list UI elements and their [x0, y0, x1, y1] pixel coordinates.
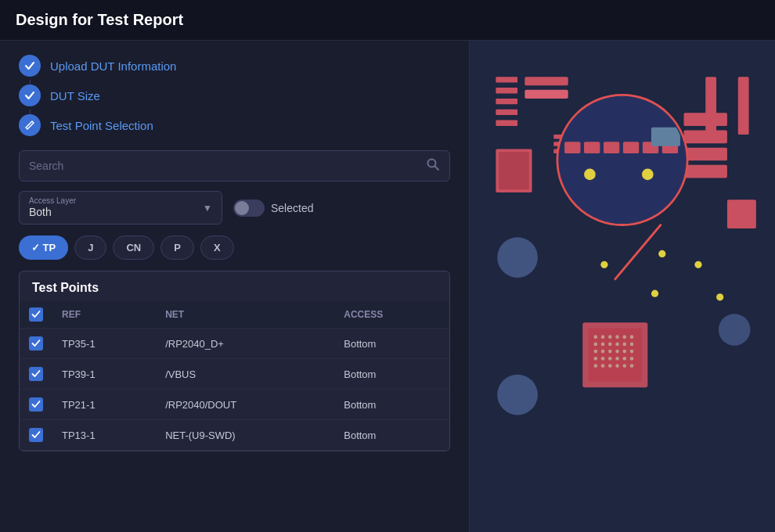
- step-label-dut-size[interactable]: DUT Size: [50, 89, 100, 102]
- step-list: Upload DUT Information DUT Size Test Poi…: [19, 55, 450, 136]
- table-header-row: REF NET ACCESS: [20, 301, 449, 329]
- test-points-table-container: Test Points REF: [19, 271, 450, 451]
- filter-btn-tp[interactable]: ✓ TP: [19, 235, 68, 260]
- row-checkbox-1[interactable]: [29, 367, 43, 381]
- svg-point-30: [630, 357, 634, 361]
- svg-rect-43: [524, 90, 568, 99]
- app-header: Design for Test Report: [0, 0, 775, 41]
- svg-point-11: [622, 335, 626, 339]
- svg-rect-79: [738, 77, 749, 135]
- table-wrap[interactable]: REF NET ACCESS TP35-1 /RP2040_D+ Bottom: [20, 301, 449, 451]
- col-checkbox: [20, 301, 52, 329]
- svg-point-18: [630, 343, 634, 347]
- step-label-upload-dut[interactable]: Upload DUT Information: [50, 59, 176, 73]
- access-layer-dropdown[interactable]: Access Layer Both ▼: [19, 191, 222, 225]
- row-net-3: NET-(U9-SWD): [156, 420, 334, 451]
- filter-btn-cn[interactable]: CN: [113, 235, 154, 260]
- table-row: TP35-1 /RP2040_D+ Bottom: [20, 329, 449, 359]
- svg-rect-55: [727, 200, 756, 228]
- svg-point-31: [594, 364, 598, 368]
- table-row: TP39-1 /VBUS Bottom: [20, 359, 449, 390]
- svg-point-14: [601, 343, 605, 347]
- row-checkbox-cell[interactable]: [20, 329, 52, 359]
- select-all-checkbox[interactable]: [29, 307, 43, 322]
- test-points-table: REF NET ACCESS TP35-1 /RP2040_D+ Bottom: [20, 301, 449, 451]
- row-ref-0: TP35-1: [52, 329, 156, 359]
- filter-btn-j[interactable]: J: [74, 235, 106, 260]
- svg-rect-53: [684, 148, 727, 161]
- svg-rect-90: [651, 128, 680, 146]
- dropdown-inner: Access Layer Both: [29, 196, 196, 219]
- svg-rect-37: [496, 77, 517, 82]
- svg-point-58: [719, 314, 751, 346]
- pencil-icon: [24, 120, 35, 131]
- row-checkbox-3[interactable]: [29, 428, 43, 442]
- svg-point-26: [601, 357, 605, 361]
- step-circle-upload-dut: [19, 55, 41, 77]
- svg-point-22: [615, 350, 619, 354]
- toggle-label: Selected: [271, 202, 313, 214]
- step-dut-size[interactable]: DUT Size: [19, 84, 450, 106]
- svg-point-12: [630, 335, 634, 339]
- row-net-0: /RP2040_D+: [156, 329, 334, 359]
- svg-point-7: [594, 335, 598, 339]
- svg-point-62: [651, 290, 658, 297]
- svg-point-60: [658, 250, 665, 257]
- svg-point-13: [594, 343, 598, 347]
- search-input[interactable]: [29, 160, 426, 172]
- col-ref: REF: [52, 301, 156, 329]
- svg-point-35: [622, 364, 626, 368]
- svg-point-10: [615, 335, 619, 339]
- svg-rect-41: [496, 120, 517, 126]
- svg-line-1: [435, 167, 439, 171]
- row-checkbox-cell[interactable]: [20, 420, 52, 451]
- chevron-down-icon: ▼: [203, 203, 212, 214]
- selected-toggle[interactable]: [233, 200, 265, 217]
- check-icon: [24, 60, 35, 71]
- svg-point-8: [601, 335, 605, 339]
- row-checkbox-0[interactable]: [29, 336, 43, 350]
- toggle-wrap: Selected: [233, 200, 313, 217]
- svg-point-61: [694, 261, 701, 268]
- pcb-svg: [470, 41, 775, 532]
- svg-rect-85: [584, 142, 600, 153]
- filter-btn-p[interactable]: P: [160, 235, 194, 260]
- col-access: ACCESS: [334, 301, 449, 329]
- row-access-1: Bottom: [334, 359, 449, 390]
- svg-rect-38: [496, 88, 517, 93]
- dropdown-label: Access Layer: [29, 196, 196, 205]
- svg-point-63: [716, 293, 723, 300]
- row-checkbox-cell[interactable]: [20, 359, 52, 390]
- svg-point-16: [615, 343, 619, 347]
- filter-buttons: ✓ TP J CN P X: [19, 235, 450, 260]
- svg-point-92: [642, 168, 654, 180]
- step-label-test-points[interactable]: Test Point Selection: [50, 119, 153, 132]
- row-checkbox-2[interactable]: [29, 397, 43, 412]
- svg-rect-86: [604, 142, 619, 153]
- step-test-point-selection[interactable]: Test Point Selection: [19, 114, 450, 136]
- svg-point-33: [608, 364, 612, 368]
- svg-point-25: [594, 357, 598, 361]
- access-layer-row: Access Layer Both ▼ Selected: [19, 191, 450, 225]
- row-net-2: /RP2040/DOUT: [156, 390, 334, 420]
- toggle-knob: [235, 201, 249, 215]
- page-title: Design for Test Report: [16, 11, 759, 29]
- svg-point-29: [622, 357, 626, 361]
- table-body: TP35-1 /RP2040_D+ Bottom TP39-1 /VBUS Bo…: [20, 329, 449, 451]
- svg-point-24: [630, 350, 634, 354]
- svg-rect-84: [564, 142, 580, 153]
- table-row: TP21-1 /RP2040/DOUT Bottom: [20, 390, 449, 420]
- row-ref-2: TP21-1: [52, 390, 156, 420]
- svg-point-21: [608, 350, 612, 354]
- row-checkbox-cell[interactable]: [20, 390, 52, 420]
- svg-point-28: [615, 357, 619, 361]
- svg-point-34: [615, 364, 619, 368]
- search-icon: [426, 157, 440, 174]
- step-upload-dut[interactable]: Upload DUT Information: [19, 55, 450, 77]
- svg-rect-40: [496, 110, 517, 115]
- row-ref-1: TP39-1: [52, 359, 156, 390]
- svg-point-59: [600, 261, 607, 268]
- left-panel: Upload DUT Information DUT Size Test Poi…: [0, 41, 470, 532]
- search-container: [19, 150, 450, 182]
- filter-btn-x[interactable]: X: [200, 235, 234, 260]
